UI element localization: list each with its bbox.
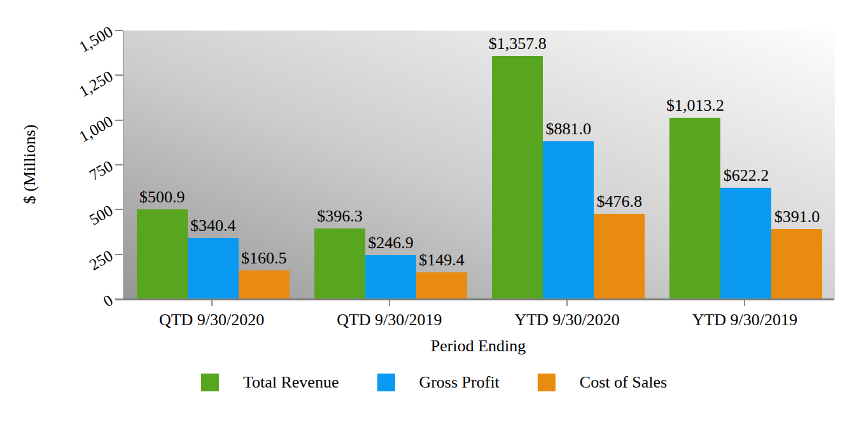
- bar-value-label: $149.4: [419, 251, 465, 269]
- bar-group: $500.9$340.4$160.5: [124, 31, 302, 299]
- bar-column: $160.5: [239, 31, 290, 299]
- x-tick-mark: [744, 300, 745, 306]
- bar-group: $1,357.8$881.0$476.8: [480, 31, 657, 299]
- y-tick-mark: [115, 254, 123, 255]
- y-tick-mark: [115, 120, 123, 121]
- x-axis-title: Period Ending: [123, 337, 834, 356]
- y-axis-title: $ (Millions): [20, 125, 39, 204]
- legend-item: Cost of Sales: [538, 373, 667, 392]
- legend-item: Total Revenue: [201, 373, 339, 392]
- bar: [365, 255, 416, 299]
- bar: [543, 141, 594, 299]
- bar-column: $1,357.8: [492, 31, 543, 299]
- x-category-label: YTD 9/30/2020: [479, 311, 656, 330]
- x-category-label: QTD 9/30/2019: [300, 311, 478, 330]
- bar-value-label: $881.0: [545, 120, 591, 138]
- x-category-label: YTD 9/30/2019: [656, 311, 834, 330]
- bar-value-label: $340.4: [190, 217, 236, 235]
- bar: [314, 228, 365, 299]
- legend-swatch: [201, 374, 219, 391]
- bar-group: $1,013.2$622.2$391.0: [657, 31, 835, 299]
- bar-column: $881.0: [543, 31, 594, 299]
- y-tick-mark: [115, 74, 123, 76]
- bar-value-label: $1,357.8: [489, 35, 547, 53]
- y-tick-mark: [115, 30, 123, 31]
- bar: [492, 56, 543, 299]
- bars-layer: $500.9$340.4$160.5$396.3$246.9$149.4$1,3…: [124, 31, 835, 299]
- bar: [771, 229, 822, 299]
- legend-label: Cost of Sales: [580, 373, 667, 392]
- legend-swatch: [538, 374, 556, 391]
- y-tick-label: 500: [41, 202, 115, 255]
- bar-value-label: $391.0: [774, 208, 820, 226]
- legend: Total RevenueGross ProfitCost of Sales: [201, 373, 667, 392]
- bar: [239, 270, 290, 299]
- bar-column: $1,013.2: [669, 31, 720, 299]
- bar-column: $476.8: [594, 31, 645, 299]
- bar: [669, 118, 720, 299]
- y-tick-label: 1,000: [41, 113, 115, 165]
- bar-column: $622.2: [720, 31, 771, 299]
- y-tick-label: 1,500: [41, 24, 115, 76]
- bar-column: $246.9: [365, 31, 416, 299]
- bar-column: $340.4: [188, 31, 239, 299]
- x-tick-mark: [211, 300, 213, 306]
- bar: [720, 188, 771, 299]
- y-tick-mark: [115, 164, 123, 165]
- bar-value-label: $246.9: [368, 234, 414, 252]
- bar-column: $500.9: [137, 31, 188, 299]
- bar-value-label: $500.9: [139, 188, 185, 206]
- bar-chart: $ (Millions) $500.9$340.4$160.5$396.3$24…: [0, 0, 868, 434]
- y-tick-mark: [115, 298, 123, 300]
- bar-value-label: $396.3: [317, 207, 363, 225]
- y-tick-mark: [115, 209, 123, 210]
- y-tick-label: 1,250: [41, 68, 115, 120]
- x-tick-mark: [389, 300, 390, 306]
- x-category-label: QTD 9/30/2020: [123, 311, 300, 330]
- bar: [188, 238, 239, 299]
- bar-column: $396.3: [314, 31, 365, 299]
- y-tick-label: 250: [41, 247, 115, 299]
- legend-label: Gross Profit: [419, 373, 499, 392]
- y-tick-label: 0: [41, 292, 115, 344]
- legend-label: Total Revenue: [243, 373, 339, 392]
- bar: [594, 214, 645, 299]
- y-tick-label: 750: [41, 158, 115, 210]
- bar-value-label: $622.2: [724, 167, 769, 185]
- bar-value-label: $476.8: [596, 193, 642, 211]
- bar: [137, 209, 188, 299]
- x-tick-mark: [566, 300, 568, 306]
- bar-column: $391.0: [771, 31, 822, 299]
- bar-column: $149.4: [416, 31, 467, 299]
- legend-item: Gross Profit: [377, 373, 499, 392]
- bar-value-label: $1,013.2: [666, 97, 724, 115]
- x-axis-category-labels: QTD 9/30/2020QTD 9/30/2019YTD 9/30/2020Y…: [123, 311, 834, 330]
- bar-value-label: $160.5: [241, 249, 287, 267]
- bar-group: $396.3$246.9$149.4: [302, 31, 479, 299]
- x-axis-line: [115, 298, 834, 300]
- bar: [416, 272, 467, 299]
- legend-swatch: [377, 374, 395, 391]
- plot-area: $500.9$340.4$160.5$396.3$246.9$149.4$1,3…: [123, 31, 835, 299]
